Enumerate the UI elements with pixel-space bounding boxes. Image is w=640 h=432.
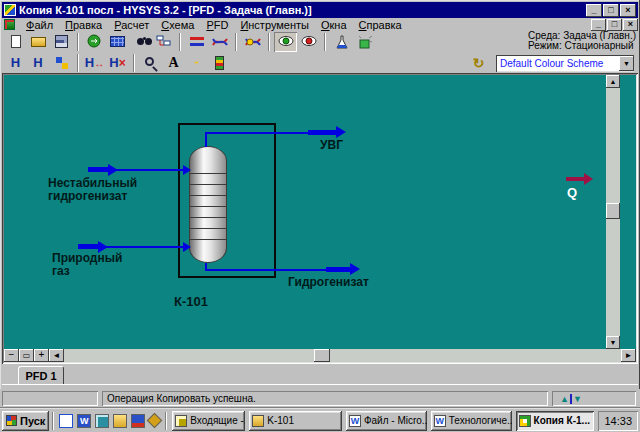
task-hysys-active[interactable]: Копия К-1... bbox=[516, 411, 595, 431]
menu-window[interactable]: Окна bbox=[315, 19, 353, 31]
feed1-arrowhead[interactable] bbox=[108, 164, 118, 176]
vertical-scroll-thumb[interactable] bbox=[606, 203, 620, 219]
minimize-button[interactable]: _ bbox=[586, 4, 602, 17]
solver-up-icon[interactable]: ▲ bbox=[560, 392, 569, 407]
stream-label-uvg[interactable]: УВГ bbox=[320, 139, 343, 152]
size-mode-icon[interactable] bbox=[50, 53, 73, 73]
menu-flowsheet[interactable]: Схема bbox=[155, 19, 200, 31]
tab-pfd1[interactable]: PFD 1 bbox=[18, 366, 64, 385]
quicklaunch-folder-icon[interactable] bbox=[113, 414, 127, 428]
open-case-icon[interactable] bbox=[27, 32, 50, 52]
toolbar-separator bbox=[324, 33, 326, 51]
unit-label-k101[interactable]: К-101 bbox=[174, 295, 208, 308]
menu-tools[interactable]: Инструменты bbox=[234, 19, 315, 31]
stream-label-unstable-hydrogenizate[interactable]: Нестабильный гидрогенизат bbox=[48, 177, 164, 203]
workbook-icon[interactable] bbox=[208, 32, 231, 52]
refresh-icon[interactable] bbox=[467, 53, 490, 73]
delete-connection-icon[interactable] bbox=[106, 53, 129, 73]
energy-stream-arrow[interactable] bbox=[566, 177, 584, 181]
close-button[interactable]: × bbox=[620, 4, 636, 17]
feed2-arrow[interactable] bbox=[78, 244, 98, 249]
pfd-canvas[interactable]: УВГ Гидрогенизат Нестабильный гидрогениз… bbox=[2, 73, 638, 364]
menu-simulation[interactable]: Расчет bbox=[108, 19, 155, 31]
feed1-entry-arrowhead bbox=[183, 165, 191, 175]
app-icon[interactable] bbox=[4, 4, 16, 16]
quicklaunch-monitor-icon[interactable] bbox=[95, 414, 109, 428]
start-label: Пуск bbox=[20, 415, 45, 427]
windows-logo-icon bbox=[6, 415, 17, 426]
auto-attach-icon[interactable] bbox=[27, 53, 50, 73]
new-case-icon[interactable] bbox=[4, 32, 27, 52]
reactions-beaker-icon[interactable] bbox=[353, 32, 376, 52]
word-document-icon bbox=[434, 415, 446, 427]
bottom-stream-line bbox=[205, 269, 330, 271]
scroll-right-icon[interactable] bbox=[621, 349, 636, 362]
chevron-down-icon[interactable] bbox=[619, 56, 634, 71]
workbook-tree-icon[interactable] bbox=[152, 32, 175, 52]
feed2-entry-arrowhead bbox=[183, 242, 191, 252]
column-status-icon[interactable] bbox=[208, 53, 231, 73]
horizontal-scrollbar[interactable] bbox=[4, 349, 636, 362]
pfd-view-icon[interactable] bbox=[185, 32, 208, 52]
scroll-up-icon[interactable] bbox=[606, 75, 620, 88]
top-stream-arrowhead[interactable] bbox=[336, 126, 346, 138]
task-word-tech[interactable]: Технологиче... bbox=[431, 411, 512, 431]
environment-navigator-icon[interactable] bbox=[83, 32, 106, 52]
energy-stream-arrowhead[interactable] bbox=[584, 173, 593, 185]
tab-divider bbox=[2, 384, 638, 385]
add-text-icon[interactable] bbox=[162, 53, 185, 73]
solver-down-icon[interactable]: ▼ bbox=[573, 392, 582, 407]
toolbar-separator bbox=[77, 33, 79, 51]
keypad-icon[interactable] bbox=[106, 32, 129, 52]
inbox-icon bbox=[175, 415, 187, 427]
zoom-in-button[interactable] bbox=[34, 349, 49, 362]
pfd-child-icon[interactable] bbox=[4, 19, 15, 30]
quicklaunch-pencil-icon[interactable] bbox=[147, 413, 163, 429]
fit-view-button[interactable] bbox=[19, 349, 34, 362]
menu-help[interactable]: Справка bbox=[353, 19, 408, 31]
top-stream-line bbox=[205, 132, 207, 147]
feed1-arrow[interactable] bbox=[88, 167, 108, 172]
horizontal-scroll-track[interactable] bbox=[64, 349, 621, 362]
quicklaunch-word-icon[interactable] bbox=[77, 414, 91, 428]
pfd-toolbar: Default Colour Scheme bbox=[2, 52, 638, 73]
restore-button[interactable]: □ bbox=[603, 4, 619, 17]
start-button[interactable]: Пуск bbox=[2, 411, 49, 431]
fluid-package-flask-icon[interactable] bbox=[330, 32, 353, 52]
menu-edit[interactable]: Правка bbox=[59, 19, 108, 31]
taskbar-clock[interactable]: 14:33 bbox=[598, 411, 638, 431]
bottom-stream-arrow[interactable] bbox=[326, 267, 350, 272]
attach-mode-icon[interactable] bbox=[4, 53, 27, 73]
status-message: Операция Копировать успешна. bbox=[102, 391, 548, 406]
plot-icon[interactable] bbox=[241, 32, 264, 52]
active-view-green-eye-icon[interactable] bbox=[274, 32, 297, 52]
task-inbox[interactable]: Входящие -... bbox=[172, 411, 245, 431]
child-minimize-button[interactable]: _ bbox=[591, 19, 606, 31]
horizontal-scroll-thumb[interactable] bbox=[314, 349, 330, 362]
child-close-button[interactable]: × bbox=[623, 19, 638, 31]
energy-stream-label[interactable]: Q bbox=[567, 185, 577, 200]
scroll-left-icon[interactable] bbox=[49, 349, 64, 362]
menu-file[interactable]: Файл bbox=[20, 19, 59, 31]
quicklaunch-floppy-icon[interactable] bbox=[131, 414, 145, 428]
colour-scheme-select[interactable]: Default Colour Scheme bbox=[496, 55, 634, 72]
top-stream-arrow[interactable] bbox=[308, 130, 336, 135]
quick-route-icon[interactable] bbox=[185, 53, 208, 73]
quicklaunch-notes-icon[interactable] bbox=[59, 414, 73, 428]
bottom-stream-arrowhead[interactable] bbox=[350, 263, 360, 275]
stream-label-hydrogenizate[interactable]: Гидрогенизат bbox=[288, 276, 369, 289]
find-icon[interactable] bbox=[129, 32, 152, 52]
vertical-scrollbar[interactable] bbox=[606, 75, 620, 349]
zoom-out-button[interactable] bbox=[4, 349, 19, 362]
zoom-icon[interactable] bbox=[139, 53, 162, 73]
break-connection-icon[interactable] bbox=[83, 53, 106, 73]
inactive-view-red-eye-icon[interactable] bbox=[297, 32, 320, 52]
stream-label-natural-gas[interactable]: Природный газ bbox=[52, 252, 138, 278]
child-restore-button[interactable]: □ bbox=[607, 19, 622, 31]
save-case-icon[interactable] bbox=[50, 32, 73, 52]
task-label: Технологиче... bbox=[449, 415, 512, 426]
task-word-file[interactable]: Файл - Micro... bbox=[346, 411, 427, 431]
task-k101-folder[interactable]: K-101 bbox=[249, 411, 342, 431]
scroll-down-icon[interactable] bbox=[606, 336, 620, 349]
menu-pfd[interactable]: PFD bbox=[200, 19, 234, 31]
